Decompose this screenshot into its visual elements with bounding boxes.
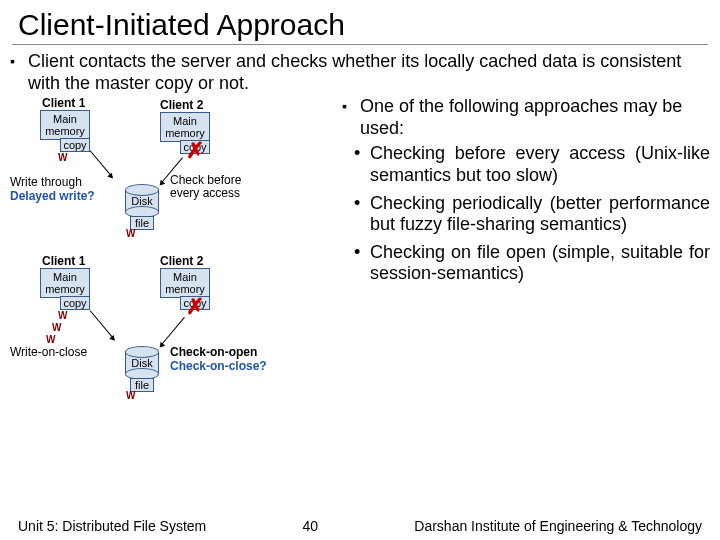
label-write-on-close: Write-on-close <box>10 346 87 359</box>
bullet-3: Checking on file open (simple, suitable … <box>340 242 710 285</box>
box-mainmem-c1-bot: Main memory <box>40 268 90 298</box>
box-mainmem-c1-top: Main memory <box>40 110 90 140</box>
sub-heading: One of the following approaches may be u… <box>340 96 710 139</box>
footer-left: Unit 5: Distributed File System <box>18 518 206 534</box>
label-delayed-write: Delayed write? <box>10 190 95 203</box>
disk-cyl-top: Disk <box>125 184 159 218</box>
disk-cyl-bot: Disk <box>125 346 159 380</box>
title-rule <box>12 44 708 45</box>
bullet-2: Checking periodically (better performanc… <box>340 193 710 236</box>
label-check-before: Check before every access <box>170 174 260 200</box>
arrow-disk-c2-bot <box>160 317 185 347</box>
w1-c1-bot: W <box>58 310 67 321</box>
cross-icon-bot: ✗ <box>186 294 204 320</box>
footer-page: 40 <box>206 518 414 534</box>
bullet-1: Checking before every access (Unix-like … <box>340 143 710 186</box>
intro-text: Client contacts the server and checks wh… <box>0 51 720 96</box>
w-file-top: W <box>126 228 135 239</box>
label-client1-bot: Client 1 <box>42 254 85 268</box>
label-check-on-open: Check-on-open <box>170 346 257 359</box>
slide-title: Client-Initiated Approach <box>0 0 720 44</box>
label-client2-top: Client 2 <box>160 98 203 112</box>
label-check-on-close: Check-on-close? <box>170 360 267 373</box>
content-row: Client 1 Main memory copy W Client 2 Mai… <box>0 96 720 476</box>
diagram-area: Client 1 Main memory copy W Client 2 Mai… <box>10 96 330 476</box>
box-copy-c1-top: copy <box>60 138 90 152</box>
label-client2-bot: Client 2 <box>160 254 203 268</box>
footer-right: Darshan Institute of Engineering & Techn… <box>414 518 702 534</box>
w3-c1-bot: W <box>46 334 55 345</box>
disk-label-bot: Disk <box>125 357 159 369</box>
label-write-through: Write through <box>10 176 82 189</box>
w-file-bot: W <box>126 390 135 401</box>
disk-label-top: Disk <box>125 195 159 207</box>
label-client1-top: Client 1 <box>42 96 85 110</box>
arrow-c1-disk-bot <box>90 310 115 340</box>
box-copy-c1-bot: copy <box>60 296 90 310</box>
w2-c1-bot: W <box>52 322 61 333</box>
w-c1-top: W <box>58 152 67 163</box>
footer: Unit 5: Distributed File System 40 Darsh… <box>0 518 720 534</box>
arrow-c1-disk-top <box>90 150 113 177</box>
cross-icon-top: ✗ <box>186 138 204 164</box>
text-area: One of the following approaches may be u… <box>330 96 710 476</box>
